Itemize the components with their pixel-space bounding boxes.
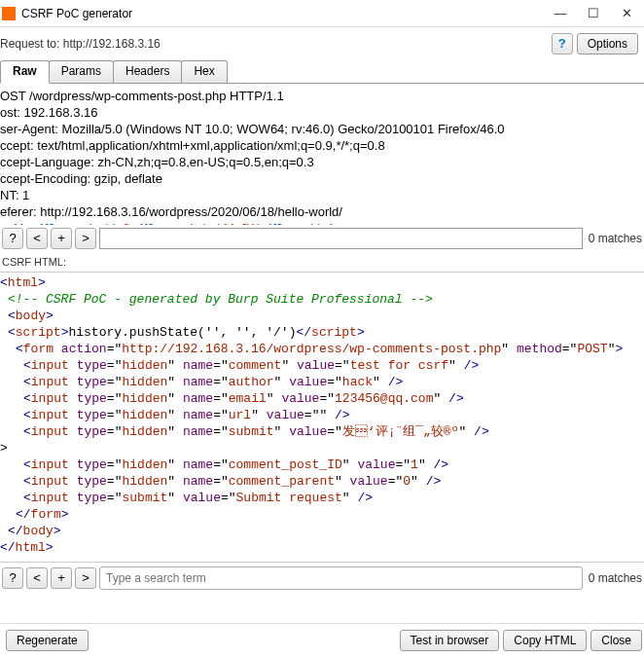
- req-line: eferer: http://192.168.3.16/wordpress/20…: [0, 203, 644, 220]
- csrf-html-label: CSRF HTML:: [0, 252, 644, 272]
- maximize-button[interactable]: ☐: [586, 6, 601, 20]
- poc-input-line: <input type="hidden" name="author" value…: [0, 374, 644, 390]
- minimize-button[interactable]: —: [553, 6, 568, 20]
- tab-headers[interactable]: Headers: [113, 60, 182, 83]
- poc-input-line: <input type="submit" value="Submit reque…: [0, 490, 644, 506]
- close-window-button[interactable]: ✕: [619, 6, 634, 20]
- titlebar: CSRF PoC generator — ☐ ✕: [0, 0, 644, 27]
- request-text[interactable]: OST /wordpress/wp-comments-post.php HTTP…: [0, 84, 644, 225]
- add-button-2[interactable]: +: [51, 567, 72, 589]
- window-title: CSRF PoC generator: [21, 7, 553, 20]
- csrf-html-area[interactable]: <html> <!-- CSRF PoC - generated by Burp…: [0, 272, 644, 562]
- search-input-request[interactable]: [99, 228, 583, 249]
- tabs: Raw Params Headers Hex: [0, 60, 644, 84]
- request-bar: Request to: http://192.168.3.16 ? Option…: [0, 27, 644, 60]
- regenerate-button[interactable]: Regenerate: [6, 630, 89, 651]
- poc-input-line: <input type="hidden" name="comment" valu…: [0, 357, 644, 374]
- req-line: ccept-Language: zh-CN,zh;q=0.8,en-US;q=0…: [0, 154, 644, 170]
- footer-bar: Regenerate Test in browser Copy HTML Clo…: [0, 623, 644, 657]
- req-line: NT: 1: [0, 187, 644, 203]
- req-line: ccept-Encoding: gzip, deflate: [0, 170, 644, 187]
- close-button[interactable]: Close: [590, 630, 642, 651]
- search-bar-html: ? < + > 0 matches: [0, 562, 644, 594]
- search-input-html[interactable]: [99, 566, 583, 590]
- next-match-button-1[interactable]: >: [75, 228, 96, 249]
- window-controls: — ☐ ✕: [553, 6, 634, 20]
- matches-count-1: 0 matches: [589, 232, 642, 245]
- poc-input-line: <input type="hidden" name="comment_post_…: [0, 456, 644, 473]
- search-bar-request: ? < + > 0 matches: [0, 225, 644, 252]
- poc-input-line: <input type="hidden" name="email" value=…: [0, 390, 644, 407]
- add-button-1[interactable]: +: [51, 228, 72, 249]
- tab-hex[interactable]: Hex: [181, 60, 227, 83]
- req-line: ost: 192.168.3.16: [0, 104, 644, 121]
- prev-match-button-2[interactable]: <: [26, 567, 48, 589]
- request-to-label: Request to: http://192.168.3.16: [0, 37, 161, 51]
- req-line: OST /wordpress/wp-comments-post.php HTTP…: [0, 88, 644, 104]
- matches-count-2: 0 matches: [589, 571, 642, 585]
- test-in-browser-button[interactable]: Test in browser: [400, 630, 500, 651]
- next-match-button-2[interactable]: >: [75, 567, 96, 589]
- help-button-top[interactable]: ?: [552, 33, 573, 55]
- app-icon: [2, 7, 16, 20]
- copy-html-button[interactable]: Copy HTML: [503, 630, 587, 651]
- req-line: ser-Agent: Mozilla/5.0 (Windows NT 10.0;…: [0, 121, 644, 137]
- tab-raw[interactable]: Raw: [0, 60, 50, 84]
- help-button-search1[interactable]: ?: [2, 228, 23, 249]
- prev-match-button-1[interactable]: <: [26, 228, 48, 249]
- poc-input-line: <input type="hidden" name="url" value=""…: [0, 407, 644, 423]
- options-button[interactable]: Options: [577, 33, 638, 55]
- poc-input-line: <input type="hidden" name="submit" value…: [0, 423, 644, 440]
- tab-params[interactable]: Params: [49, 60, 114, 83]
- help-button-search2[interactable]: ?: [2, 567, 23, 589]
- poc-input-line: <input type="hidden" name="comment_paren…: [0, 473, 644, 490]
- req-line: ccept: text/html,application/xhtml+xml,a…: [0, 137, 644, 154]
